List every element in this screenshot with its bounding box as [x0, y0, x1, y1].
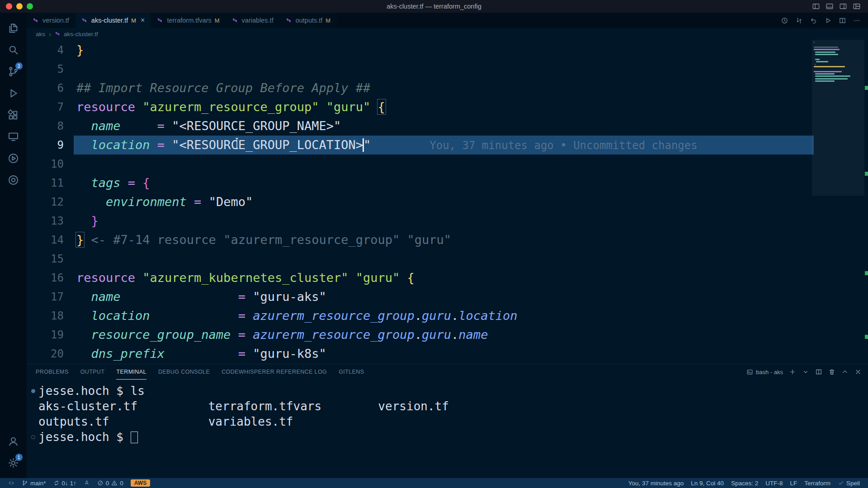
- panel-tab-problems[interactable]: PROBLEMS: [36, 364, 69, 380]
- code-line-4: 4}: [27, 41, 868, 60]
- panel-tab-terminal[interactable]: TERMINAL: [116, 364, 146, 380]
- line-number: 8: [27, 117, 76, 136]
- more-actions-icon[interactable]: [853, 17, 861, 24]
- terminal-line: outputs.tf variables.tf: [32, 414, 868, 429]
- tab-terraform.tfvars[interactable]: terraform.tfvarsM: [151, 13, 226, 28]
- code-editor[interactable]: 4}56## Import Resource Group Before Appl…: [27, 40, 868, 364]
- kill-terminal-icon[interactable]: [828, 368, 835, 375]
- code-line-7: 7resource "azurerm_resource_group" "guru…: [27, 98, 868, 117]
- status-remote[interactable]: [5, 478, 18, 488]
- terminal-text: aks-cluster.tf terraform.tfvars version.…: [38, 399, 449, 413]
- code-line-16: 16resource "azurerm_kubernetes_cluster" …: [27, 268, 868, 287]
- status-spell[interactable]: Spell: [834, 478, 863, 488]
- panel-tab-debug-console[interactable]: DEBUG CONSOLE: [158, 364, 210, 380]
- breadcrumb-item[interactable]: aks: [36, 31, 45, 38]
- terminal-dropdown-icon[interactable]: [802, 368, 809, 375]
- status-launchpad[interactable]: [80, 478, 94, 488]
- activity-item-account[interactable]: [4, 431, 24, 451]
- code-line-14: 14} <- #7-14 resource "azurerm_resource_…: [27, 230, 868, 249]
- terminal[interactable]: jesse.hoch $ lsaks-cluster.tf terraform.…: [27, 380, 868, 478]
- breadcrumb: aks›aks-cluster.tf: [27, 28, 868, 40]
- code-content: }: [76, 41, 868, 60]
- terminal-instance-label[interactable]: bash - aks: [746, 369, 783, 375]
- tab-aks-cluster.tf[interactable]: aks-cluster.tfM×: [75, 13, 151, 28]
- tab-outputs.tf[interactable]: outputs.tfM: [280, 13, 337, 28]
- activity-item-run-debug[interactable]: [4, 83, 24, 103]
- status-blame[interactable]: You, 37 minutes ago: [625, 478, 688, 488]
- status-text: UTF-8: [765, 480, 783, 487]
- code-line-10: 10: [27, 155, 868, 174]
- status-encoding[interactable]: UTF-8: [762, 478, 786, 488]
- status-aws[interactable]: AWS: [127, 478, 154, 488]
- activity-item-source-control[interactable]: 3: [4, 61, 24, 81]
- activity-item-codewhisperer[interactable]: [4, 148, 24, 168]
- panel-header: PROBLEMSOUTPUTTERMINALDEBUG CONSOLECODEW…: [27, 364, 868, 380]
- code-content: [76, 155, 868, 174]
- panel-tab-output[interactable]: OUTPUT: [80, 364, 105, 380]
- toggle-panel-icon[interactable]: [826, 2, 834, 10]
- minimize-window-button[interactable]: [16, 3, 23, 9]
- status-branch[interactable]: main*: [18, 478, 50, 488]
- git-compare-icon[interactable]: [795, 17, 803, 24]
- split-terminal-icon[interactable]: [815, 368, 822, 375]
- terminal-text: jesse.hoch $: [38, 430, 131, 444]
- code-line-11: 11 tags = {: [27, 174, 868, 192]
- panel-tab-gitlens[interactable]: GITLENS: [339, 364, 364, 380]
- history-icon[interactable]: [781, 17, 788, 24]
- code-content: resource "azurerm_kubernetes_cluster" "g…: [76, 268, 868, 287]
- status-sync[interactable]: 0↓ 1↑: [50, 478, 80, 488]
- activity-item-remote-explorer[interactable]: [4, 127, 24, 146]
- activity-item-settings-gear[interactable]: 1: [4, 453, 24, 473]
- editor-actions: [781, 13, 868, 28]
- tab-version.tf[interactable]: version.tf: [27, 13, 75, 28]
- minimap-slider[interactable]: [812, 40, 864, 196]
- code-line-12: 12 environment = "Demo": [27, 192, 868, 211]
- code-content: ## Import Resource Group Before Apply ##: [76, 79, 868, 98]
- activity-item-gitlens[interactable]: [4, 170, 24, 190]
- panel-tab-codewhisperer-reference-log[interactable]: CODEWHISPERER REFERENCE LOG: [222, 364, 327, 380]
- breadcrumb-item[interactable]: aks-cluster.tf: [55, 31, 98, 38]
- close-panel-icon[interactable]: [854, 368, 862, 375]
- toggle-secondary-sidebar-icon[interactable]: [839, 2, 847, 10]
- code-line-8: 8 name = "<RESOURCE_GROUP_NAME>": [27, 117, 868, 136]
- code-content: location = "<RESOURCE_GROUP_LOCATION>"Yo…: [76, 136, 868, 155]
- status-eol[interactable]: LF: [786, 478, 801, 488]
- line-number: 11: [27, 174, 76, 192]
- warning-count: 0: [120, 480, 123, 487]
- chevron-right-icon: ›: [49, 30, 51, 38]
- window-title: aks-cluster.tf — terraform_config: [0, 3, 868, 10]
- tab-variables.tf[interactable]: variables.tf: [226, 13, 280, 28]
- line-number: 10: [27, 155, 76, 174]
- line-number: 19: [27, 325, 76, 344]
- add-terminal-icon[interactable]: [789, 368, 796, 375]
- status-diagnostics[interactable]: 00: [94, 478, 127, 488]
- run-icon[interactable]: [824, 17, 832, 24]
- maximize-panel-icon[interactable]: [841, 368, 849, 375]
- line-number: 12: [27, 192, 76, 211]
- line-number: 20: [27, 344, 76, 363]
- activity-item-search[interactable]: [4, 40, 24, 60]
- customize-layout-icon[interactable]: [853, 2, 861, 10]
- zoom-window-button[interactable]: [27, 3, 33, 9]
- discard-icon[interactable]: [810, 17, 817, 24]
- minimap-line: [815, 54, 838, 55]
- activity-bar-bottom: 1: [4, 431, 24, 478]
- prompt-decoration: [31, 435, 35, 439]
- activity-item-explorer[interactable]: [4, 18, 24, 38]
- sync-icon: [53, 480, 60, 486]
- activity-item-extensions[interactable]: [4, 105, 24, 125]
- check-icon: [838, 480, 844, 486]
- tab-bar: version.tfaks-cluster.tfM×terraform.tfva…: [27, 13, 868, 28]
- minimap[interactable]: [814, 42, 864, 364]
- close-icon[interactable]: ×: [141, 17, 145, 24]
- toggle-sidebar-icon[interactable]: [812, 2, 820, 10]
- status-indentation[interactable]: Spaces: 2: [727, 478, 762, 488]
- status-language-mode[interactable]: Terraform: [801, 478, 834, 488]
- status-cursor-position[interactable]: Ln 9, Col 40: [687, 478, 727, 488]
- tab-label: aks-cluster.tf: [91, 17, 128, 24]
- prompt-decoration: [31, 389, 35, 393]
- close-window-button[interactable]: [6, 3, 12, 9]
- minimap-line: [815, 52, 836, 53]
- split-editor-icon[interactable]: [839, 17, 846, 24]
- status-badge: AWS: [131, 479, 150, 487]
